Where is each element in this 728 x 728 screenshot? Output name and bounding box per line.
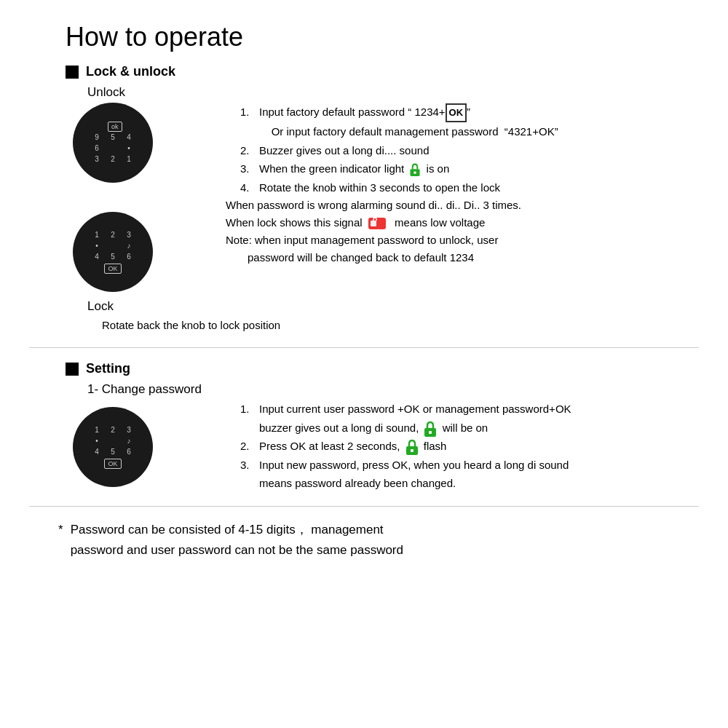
subsection-change-password: 1- Change password [87, 382, 699, 397]
red-lock-icon [368, 217, 387, 230]
unlock-step-2: 2. Buzzer gives out a long di.... sound [240, 141, 699, 160]
section2-label: Setting [86, 361, 130, 376]
setting-content-area: 1 2 3 • ♪ 4 5 6 OK 1. Input [73, 400, 699, 493]
section-setting-header: Setting [66, 361, 699, 376]
note-management: Note: when input management password to … [226, 232, 699, 249]
unlock-content-area: ok 9 5 4 6 • 3 2 1 1 2 3 [73, 103, 699, 292]
green-lock-icon-2 [423, 421, 438, 437]
svg-rect-5 [429, 431, 432, 434]
svg-rect-3 [371, 221, 376, 226]
svg-rect-7 [411, 449, 414, 452]
setting-step-3: 3. Input new password, press OK, when yo… [240, 456, 699, 493]
footer-text: Password can be consisted of 4-15 digits… [71, 520, 403, 562]
keypad-1: ok 9 5 4 6 • 3 2 1 [73, 103, 153, 183]
unlock-step-1: 1. Input factory default password “ 1234… [240, 103, 699, 141]
keypad-2: 1 2 3 • ♪ 4 5 6 OK [73, 212, 153, 292]
green-lock-icon-3 [405, 439, 419, 455]
keypad-image-bottom: 1 2 3 • ♪ 4 5 6 OK [73, 400, 153, 493]
section-lock-unlock-header: Lock & unlock [66, 64, 699, 79]
section1-label: Lock & unlock [86, 64, 175, 79]
footer-star-symbol: * [58, 520, 63, 562]
subsection-lock-title: Lock [87, 299, 699, 314]
setting-text-content: 1. Input current user password +OK or ma… [167, 400, 699, 493]
bullet-square-1 [66, 66, 79, 79]
setting-step-1: 1. Input current user password +OK or ma… [240, 400, 699, 437]
keypad-3: 1 2 3 • ♪ 4 5 6 OK [73, 407, 153, 487]
setting-step-2: 2. Press OK at least 2 seconds, flash [240, 437, 699, 456]
divider-1 [29, 347, 699, 348]
unlock-step-4: 4. Rotate the knob within 3 seconds to o… [240, 178, 699, 197]
green-lock-icon [408, 163, 422, 176]
bullet-square-2 [66, 363, 79, 376]
keypad-images-top: ok 9 5 4 6 • 3 2 1 1 2 3 [73, 103, 153, 292]
footer-note: * Password can be consisted of 4-15 digi… [58, 520, 699, 562]
setting-numbered-list: 1. Input current user password +OK or ma… [240, 400, 699, 493]
note-wrong-password: When password is wrong alarming sound di… [226, 197, 699, 214]
note-low-voltage: When lock shows this signal means low vo… [226, 214, 699, 232]
unlock-text-content: 1. Input factory default password “ 1234… [167, 103, 699, 292]
unlock-numbered-list: 1. Input factory default password “ 1234… [240, 103, 699, 197]
subsection-unlock-title: Unlock [87, 85, 699, 100]
key-ok-top: ok [108, 122, 118, 130]
svg-rect-1 [414, 172, 416, 174]
lock-description: Rotate back the knob to lock position [102, 317, 699, 334]
page-title: How to operate [66, 22, 699, 52]
divider-2 [29, 506, 699, 507]
unlock-step-3: 3. When the green indicator light is on [240, 159, 699, 178]
note-management-2: password will be changed back to default… [248, 249, 699, 266]
